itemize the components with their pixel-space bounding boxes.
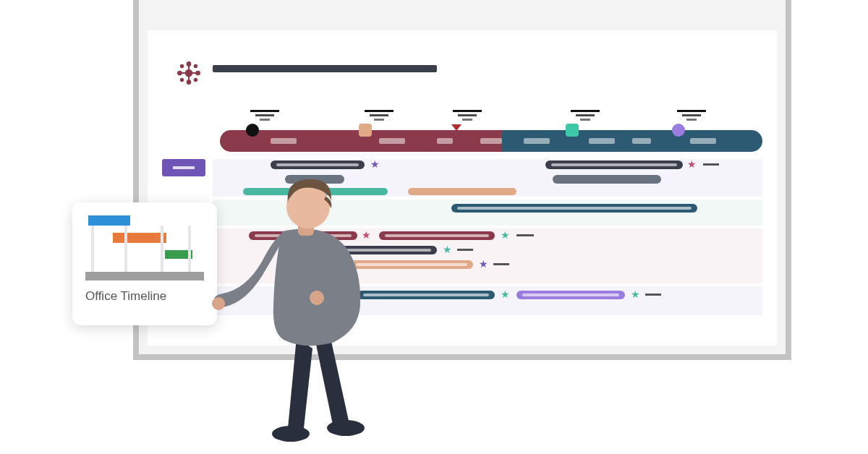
svg-point-12 bbox=[327, 420, 365, 436]
svg-point-13 bbox=[310, 291, 324, 305]
star-icon: ★ bbox=[479, 258, 488, 270]
today-marker-icon bbox=[451, 124, 461, 131]
milestone-marker bbox=[566, 124, 579, 137]
task-bar bbox=[516, 291, 625, 299]
svg-point-8 bbox=[194, 78, 197, 82]
task-bar bbox=[553, 175, 661, 184]
svg-point-5 bbox=[180, 64, 184, 68]
svg-point-6 bbox=[194, 64, 197, 68]
svg-point-11 bbox=[272, 426, 310, 442]
person-illustration bbox=[210, 160, 420, 450]
svg-point-17 bbox=[320, 204, 328, 213]
task-bar bbox=[408, 188, 516, 195]
task-bar bbox=[451, 204, 697, 213]
milestone-dot bbox=[246, 124, 259, 137]
star-icon: ★ bbox=[631, 288, 640, 300]
slide-title-placeholder bbox=[213, 65, 437, 72]
brand-logo-icon bbox=[174, 58, 204, 88]
office-timeline-card[interactable]: Office Timeline bbox=[72, 202, 217, 325]
timeline-band bbox=[220, 130, 762, 152]
svg-point-7 bbox=[180, 78, 184, 82]
card-label: Office Timeline bbox=[85, 289, 204, 304]
lane-label bbox=[162, 159, 205, 176]
task-bar bbox=[545, 160, 683, 169]
svg-point-14 bbox=[212, 297, 225, 310]
star-icon: ★ bbox=[501, 229, 510, 241]
star-icon: ★ bbox=[501, 288, 510, 300]
svg-rect-10 bbox=[178, 72, 199, 74]
star-icon: ★ bbox=[443, 244, 452, 255]
card-chart-icon bbox=[85, 215, 204, 280]
milestone-marker bbox=[359, 124, 372, 137]
milestone-headers bbox=[242, 110, 762, 124]
milestone-dot bbox=[672, 124, 685, 137]
star-icon: ★ bbox=[687, 158, 697, 170]
